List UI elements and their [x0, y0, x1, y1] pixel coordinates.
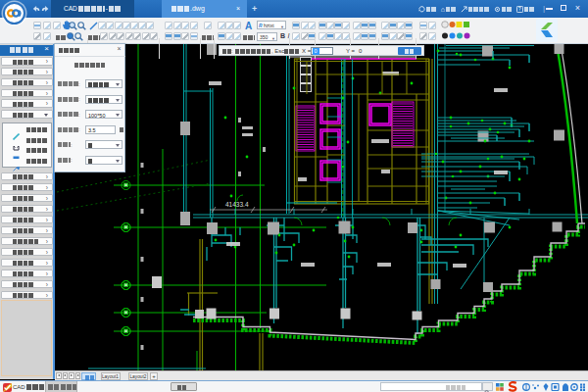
svg-text:41433.4: 41433.4 [225, 201, 249, 208]
svg-text:?: ? [518, 6, 521, 12]
